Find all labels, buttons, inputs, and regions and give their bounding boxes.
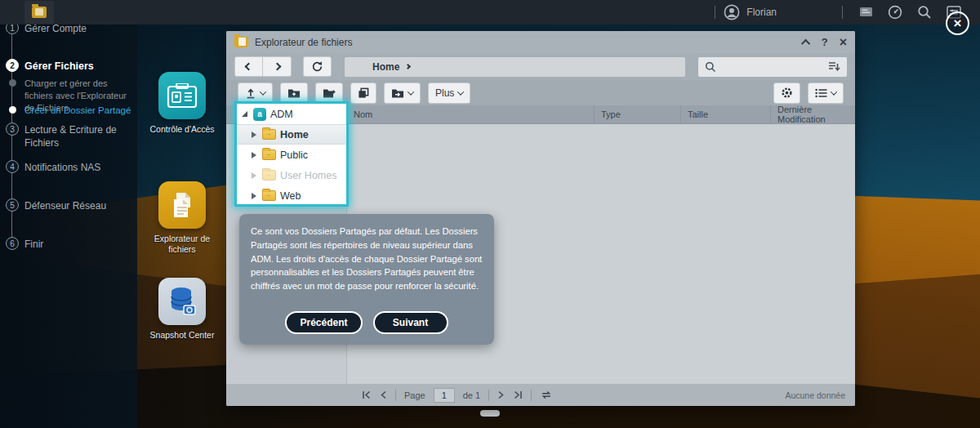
add-shared-folder-button[interactable]: [315, 82, 343, 104]
shared-folder-icon: [262, 149, 276, 160]
snapshot-app-tile[interactable]: [158, 278, 206, 325]
tutorial-sidebar: 1Gérer Compte2Gérer FichiersCharger et g…: [0, 25, 137, 428]
column-header-4[interactable]: Dernière Modification: [770, 105, 855, 123]
tutorial-step[interactable]: 2Gérer Fichiers: [0, 59, 136, 74]
search-icon[interactable]: [910, 0, 939, 25]
column-header-2[interactable]: Type: [594, 105, 680, 123]
breadcrumb[interactable]: Home: [345, 57, 685, 77]
upload-button[interactable]: [238, 82, 273, 104]
step-label: Défenseur Réseau: [24, 198, 106, 212]
refresh-list-button[interactable]: [540, 390, 553, 400]
desktop-icon-access[interactable]: Contrôle d'Accès: [145, 72, 219, 135]
tree-item-adm[interactable]: aADM: [237, 104, 346, 124]
file-explorer-icon: [234, 37, 248, 47]
tutorial-substep[interactable]: Créer un Dossier Partagé: [0, 104, 136, 118]
expander-open-icon[interactable]: [242, 111, 247, 117]
explorer-app-tile[interactable]: [158, 181, 206, 229]
minimize-button[interactable]: [804, 37, 810, 47]
taskbar-file-explorer-button[interactable]: [24, 1, 54, 24]
step-marker-column: 5: [0, 198, 24, 212]
adm-logo-icon: a: [253, 108, 266, 121]
tree-item-web[interactable]: Web: [237, 185, 346, 206]
tutorial-step[interactable]: 4Notifications NAS: [0, 160, 136, 174]
column-header-3[interactable]: Taille: [680, 105, 770, 123]
new-folder-button[interactable]: [280, 82, 308, 104]
breadcrumb-home[interactable]: Home: [372, 61, 399, 73]
first-page-button[interactable]: [362, 390, 372, 399]
user-menu[interactable]: Florian: [724, 4, 834, 20]
desktop-icon-snapshot[interactable]: Snapshot Center: [145, 278, 219, 341]
step-label: Gérer Fichiers: [24, 59, 94, 74]
back-button[interactable]: [234, 56, 263, 77]
system-topbar: Florian: [0, 0, 980, 25]
view-mode-button[interactable]: [808, 82, 844, 104]
divider: [395, 390, 396, 401]
window-titlebar[interactable]: Explorateur de fichiers ? ×: [226, 31, 855, 53]
access-app-tile[interactable]: [158, 72, 206, 119]
settings-button[interactable]: [773, 82, 800, 104]
advanced-search-icon[interactable]: [828, 61, 840, 72]
last-page-button[interactable]: [513, 390, 523, 399]
expander-closed-icon[interactable]: [252, 193, 256, 199]
next-button[interactable]: Suivant: [373, 311, 448, 334]
page-label: Page: [404, 390, 425, 400]
shared-folder-icon: [262, 129, 276, 140]
tree-item-label: Web: [280, 190, 301, 202]
empty-state-label: Aucune donnée: [785, 390, 845, 400]
column-header-1[interactable]: Nom: [347, 105, 594, 123]
tutorial-step[interactable]: 5Défenseur Réseau: [0, 198, 136, 212]
prev-page-button[interactable]: [380, 390, 387, 399]
chat-icon[interactable]: [851, 0, 880, 25]
refresh-button[interactable]: [303, 56, 332, 77]
tutorial-step[interactable]: 3Lecture & Ecriture de Fichiers: [0, 123, 136, 149]
expander-closed-icon[interactable]: [252, 152, 256, 158]
step-number-badge: 6: [6, 237, 19, 250]
tree-item-public[interactable]: Public: [237, 145, 346, 165]
taskbar-handle[interactable]: [480, 410, 500, 417]
chevron-down-icon: [408, 88, 414, 95]
documents-icon: [169, 191, 195, 219]
user-avatar-icon: [724, 4, 740, 20]
copy-button[interactable]: [350, 82, 376, 104]
chevron-up-icon: [801, 39, 810, 48]
chevron-down-icon: [260, 88, 266, 95]
tree-item-user-homes[interactable]: User Homes: [237, 165, 346, 185]
page-number-input[interactable]: [434, 388, 455, 403]
refresh-icon: [311, 60, 323, 73]
search-box: [698, 57, 847, 77]
expander-closed-icon[interactable]: [252, 132, 256, 138]
tree-item-label: Home: [280, 129, 309, 140]
new-folder-icon: [287, 87, 301, 98]
more-button[interactable]: Plus: [428, 82, 470, 104]
search-input[interactable]: [721, 61, 823, 73]
tutorial-step[interactable]: 6Finir: [0, 237, 136, 251]
database-camera-icon: [167, 286, 197, 317]
step-marker-column: 6: [0, 237, 24, 250]
file-explorer-icon: [32, 7, 47, 18]
divider: [842, 6, 843, 19]
forward-button[interactable]: [263, 56, 292, 77]
divider: [531, 390, 532, 401]
next-page-button[interactable]: [497, 390, 505, 399]
copy-icon: [358, 87, 369, 99]
expander-closed-icon[interactable]: [252, 172, 256, 179]
tree-item-home[interactable]: Home: [237, 124, 346, 145]
close-window-button[interactable]: ×: [840, 36, 847, 49]
desktop-icon-explorer[interactable]: Explorateur de fichiers: [145, 181, 219, 255]
folder-plus-icon: [323, 87, 336, 98]
step-marker-column: [0, 104, 24, 114]
user-name: Florian: [746, 7, 777, 18]
step-label: Notifications NAS: [24, 160, 100, 174]
help-button[interactable]: ?: [822, 37, 828, 47]
previous-button[interactable]: Précédent: [285, 311, 362, 334]
close-icon: ×: [954, 16, 962, 30]
step-label: Lecture & Ecriture de Fichiers: [24, 123, 136, 149]
status-bar: Page de 1 Aucune donnée: [226, 384, 855, 406]
tutorial-close-button[interactable]: ×: [946, 11, 969, 35]
desktop-icon-label: Contrôle d'Accès: [145, 124, 219, 135]
divider: [488, 390, 489, 401]
list-view-icon: [815, 88, 827, 98]
share-button[interactable]: [384, 82, 421, 104]
activity-monitor-gauge-icon[interactable]: [880, 0, 910, 25]
shared-folder-icon: [262, 190, 276, 201]
